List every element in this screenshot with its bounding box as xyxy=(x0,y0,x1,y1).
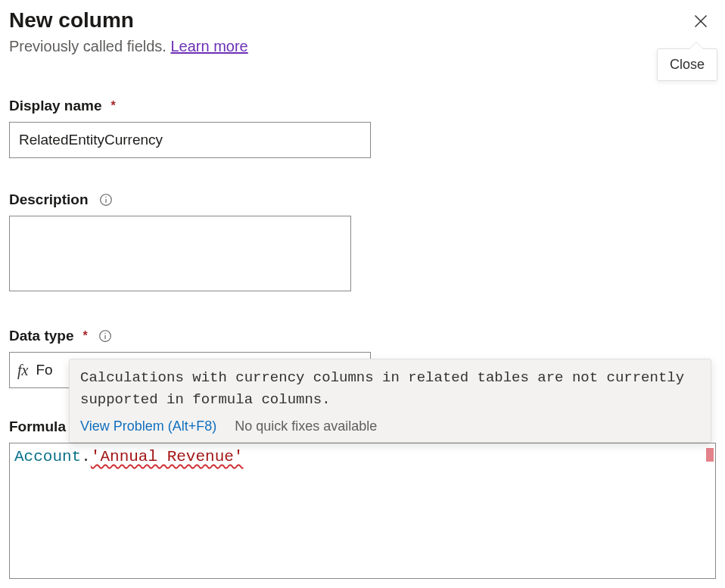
formula-code-line: Account.'Annual Revenue' xyxy=(14,448,243,465)
description-label-row: Description xyxy=(9,191,716,208)
display-name-field: Display name * xyxy=(9,98,716,158)
display-name-label-row: Display name * xyxy=(9,98,716,114)
info-icon[interactable] xyxy=(99,193,113,207)
title-block: New column Previously called fields. Lea… xyxy=(9,8,248,55)
subtitle-prefix: Previously called fields. xyxy=(9,38,170,54)
close-tooltip: Close xyxy=(657,48,717,81)
required-marker: * xyxy=(83,329,88,343)
display-name-input[interactable] xyxy=(9,122,371,158)
description-field: Description xyxy=(9,191,716,294)
close-tooltip-text: Close xyxy=(670,57,705,72)
close-icon xyxy=(693,14,708,32)
token-identifier: Account xyxy=(14,448,81,465)
minimap-error-marker xyxy=(706,448,714,462)
token-string-literal: 'Annual Revenue' xyxy=(91,448,244,465)
data-type-value: Fo xyxy=(36,362,52,378)
view-problem-link[interactable]: View Problem (Alt+F8) xyxy=(80,418,216,434)
formula-editor[interactable]: Account.'Annual Revenue' xyxy=(9,443,716,579)
required-marker: * xyxy=(111,99,116,113)
no-quick-fix-text: No quick fixes available xyxy=(235,418,377,434)
close-button[interactable] xyxy=(686,8,716,38)
error-message: Calculations with currency columns in re… xyxy=(70,359,711,415)
data-type-label: Data type xyxy=(9,328,74,344)
info-icon[interactable] xyxy=(98,329,112,343)
panel-subtitle: Previously called fields. Learn more xyxy=(9,38,248,55)
panel-title: New column xyxy=(9,8,248,33)
description-input[interactable] xyxy=(9,216,351,291)
error-actions-row: View Problem (Alt+F8) No quick fixes ava… xyxy=(70,415,711,442)
error-popover: Calculations with currency columns in re… xyxy=(69,359,711,443)
learn-more-link[interactable]: Learn more xyxy=(170,38,247,54)
data-type-label-row: Data type * xyxy=(9,328,716,344)
svg-point-7 xyxy=(104,333,105,334)
fx-icon: fx xyxy=(17,362,28,379)
new-column-panel: New column Previously called fields. Lea… xyxy=(0,0,725,579)
token-dot: . xyxy=(81,448,91,465)
description-label: Description xyxy=(9,191,89,208)
formula-label: Formula xyxy=(9,418,66,435)
svg-point-4 xyxy=(105,197,106,198)
display-name-label: Display name xyxy=(9,98,102,114)
panel-header: New column Previously called fields. Lea… xyxy=(9,8,716,55)
